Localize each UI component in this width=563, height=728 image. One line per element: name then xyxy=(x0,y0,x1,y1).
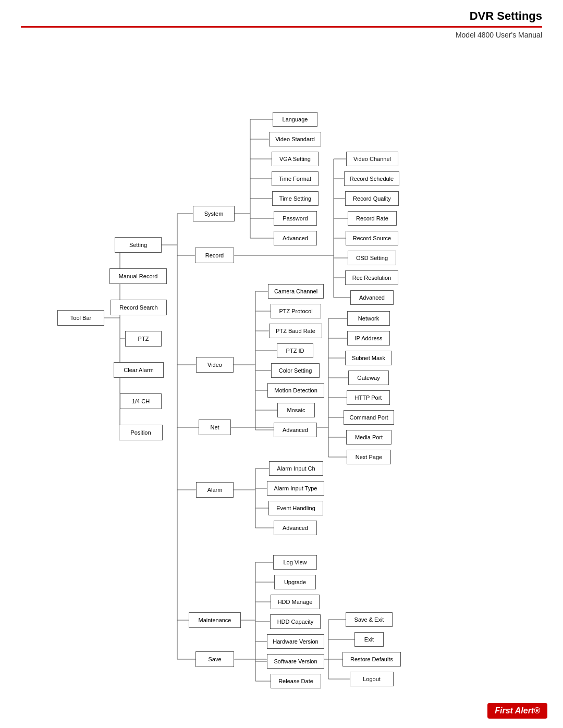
node-ptz: PTZ xyxy=(125,331,162,347)
node-exit: Exit xyxy=(354,632,384,647)
node-logout: Logout xyxy=(350,672,394,686)
page-title: DVR Settings xyxy=(21,9,542,26)
node-video_advanced: Advanced xyxy=(274,423,317,437)
header: DVR Settings Model 4800 User's Manual xyxy=(0,0,563,44)
node-position: Position xyxy=(119,425,163,440)
node-media_port: Media Port xyxy=(346,430,391,445)
node-video_channel: Video Channel xyxy=(346,152,398,166)
header-divider xyxy=(21,26,542,28)
brand-logo: First Alert® xyxy=(487,703,547,719)
node-software_version: Software Version xyxy=(267,654,324,669)
node-password: Password xyxy=(274,211,317,226)
node-manual_record: Manual Record xyxy=(109,268,167,284)
node-alarm: Alarm xyxy=(196,482,234,498)
node-ptz_id: PTZ ID xyxy=(277,343,313,358)
node-camera_channel: Camera Channel xyxy=(268,284,324,299)
chart-area: Tool BarSettingManual RecordRecord Searc… xyxy=(0,44,563,696)
node-record_schedule: Record Schedule xyxy=(344,171,399,186)
node-network: Network xyxy=(347,311,390,326)
node-video: Video xyxy=(196,357,234,373)
node-next_page: Next Page xyxy=(347,450,391,464)
node-http_port: HTTP Port xyxy=(347,390,390,405)
node-ip_address: IP Address xyxy=(347,331,390,346)
node-system: System xyxy=(193,206,235,221)
node-log_view: Log View xyxy=(273,555,317,570)
node-release_date: Release Date xyxy=(271,674,321,688)
node-event_handling: Event Handling xyxy=(268,501,323,515)
node-one_four_ch: 1/4 CH xyxy=(120,393,162,409)
node-mosaic: Mosaic xyxy=(277,403,315,417)
node-alarm_input_type: Alarm Input Type xyxy=(267,481,324,496)
node-hdd_capacity: HDD Capacity xyxy=(270,614,321,629)
brand-name: First Alert xyxy=(495,706,534,715)
node-osd_setting: OSD Setting xyxy=(348,251,396,265)
node-record: Record xyxy=(195,248,234,263)
node-setting: Setting xyxy=(115,237,162,253)
node-color_setting: Color Setting xyxy=(271,363,320,378)
node-time_setting: Time Setting xyxy=(272,191,319,206)
node-maintenance: Maintenance xyxy=(189,612,241,628)
node-vga_setting: VGA Setting xyxy=(272,152,319,166)
node-record_rate: Record Rate xyxy=(348,211,397,226)
node-record_advanced: Advanced xyxy=(350,290,394,305)
node-net: Net xyxy=(199,419,231,435)
node-record_quality: Record Quality xyxy=(345,191,399,206)
node-ptz_baud_rate: PTZ Baud Rate xyxy=(269,324,322,338)
node-hardware_version: Hardware Version xyxy=(267,634,324,649)
node-time_format: Time Format xyxy=(272,171,319,186)
node-motion_detection: Motion Detection xyxy=(267,383,324,398)
node-alarm_advanced: Advanced xyxy=(274,521,317,535)
node-system_advanced: Advanced xyxy=(274,231,317,245)
node-save_exit: Save & Exit xyxy=(346,612,393,627)
node-subnet_mask: Subnet Mask xyxy=(345,351,392,365)
node-command_port: Command Port xyxy=(344,410,394,425)
node-language: Language xyxy=(273,112,317,127)
node-upgrade: Upgrade xyxy=(274,575,316,589)
page-subtitle: Model 4800 User's Manual xyxy=(21,31,542,44)
node-rec_resolution: Rec Resolution xyxy=(345,270,398,285)
node-record_search: Record Search xyxy=(111,300,167,315)
node-gateway: Gateway xyxy=(348,371,389,385)
node-toolbar: Tool Bar xyxy=(57,310,104,326)
node-ptz_protocol: PTZ Protocol xyxy=(271,304,321,318)
node-alarm_input_ch: Alarm Input Ch xyxy=(269,461,323,476)
node-record_source: Record Source xyxy=(346,231,398,245)
node-clear_alarm: Clear Alarm xyxy=(114,362,164,378)
node-hdd_manage: HDD Manage xyxy=(271,595,320,609)
node-restore_defaults: Restore Defaults xyxy=(342,652,401,667)
node-video_standard: Video Standard xyxy=(269,132,321,146)
node-save: Save xyxy=(195,651,234,667)
